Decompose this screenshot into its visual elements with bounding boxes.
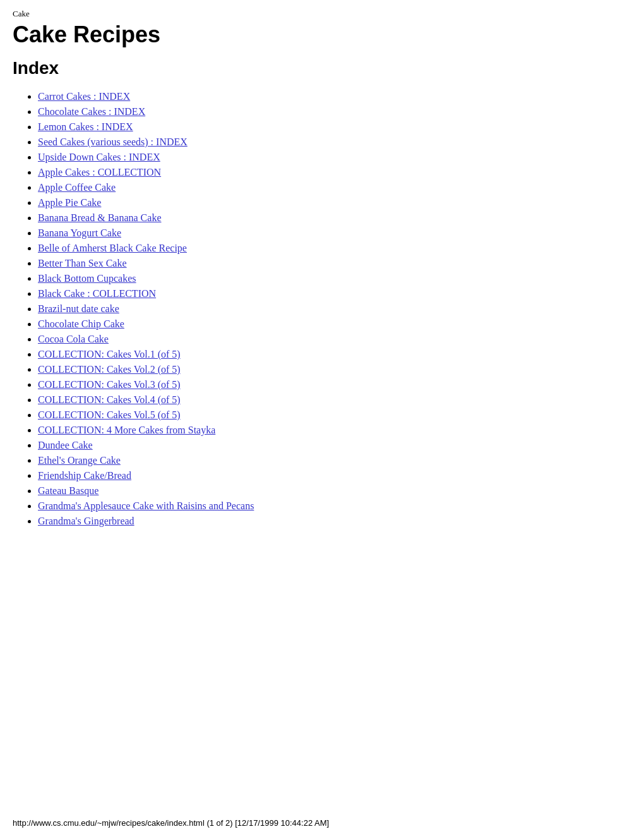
list-item: Chocolate Chip Cake	[38, 318, 631, 330]
recipe-link[interactable]: COLLECTION: Cakes Vol.3 (of 5)	[38, 379, 181, 390]
list-item: Brazil-nut date cake	[38, 303, 631, 315]
recipe-link[interactable]: Banana Yogurt Cake	[38, 227, 121, 238]
list-item: Lemon Cakes : INDEX	[38, 121, 631, 133]
recipe-link[interactable]: Upside Down Cakes : INDEX	[38, 152, 160, 162]
list-item: Ethel's Orange Cake	[38, 455, 631, 466]
list-item: Banana Yogurt Cake	[38, 227, 631, 239]
recipe-link[interactable]: Banana Bread & Banana Cake	[38, 212, 161, 223]
recipe-link[interactable]: Apple Coffee Cake	[38, 182, 116, 193]
recipe-link[interactable]: Cocoa Cola Cake	[38, 334, 109, 344]
recipe-link[interactable]: Gateau Basque	[38, 485, 98, 496]
recipe-link[interactable]: Friendship Cake/Bread	[38, 470, 131, 481]
recipe-link[interactable]: COLLECTION: Cakes Vol.1 (of 5)	[38, 349, 181, 360]
recipe-link[interactable]: Black Bottom Cupcakes	[38, 273, 136, 284]
recipe-link[interactable]: Grandma's Gingerbread	[38, 516, 134, 526]
list-item: Better Than Sex Cake	[38, 258, 631, 269]
list-item: Black Bottom Cupcakes	[38, 273, 631, 284]
index-heading: Index	[13, 58, 631, 78]
status-bar: http://www.cs.cmu.edu/~mjw/recipes/cake/…	[13, 818, 329, 828]
recipe-link[interactable]: Better Than Sex Cake	[38, 258, 127, 269]
recipe-link[interactable]: Chocolate Chip Cake	[38, 318, 124, 329]
list-item: Belle of Amherst Black Cake Recipe	[38, 243, 631, 254]
recipe-link[interactable]: COLLECTION: Cakes Vol.2 (of 5)	[38, 364, 181, 375]
list-item: Banana Bread & Banana Cake	[38, 212, 631, 224]
list-item: Chocolate Cakes : INDEX	[38, 106, 631, 118]
list-item: Grandma's Gingerbread	[38, 516, 631, 527]
list-item: COLLECTION: Cakes Vol.4 (of 5)	[38, 394, 631, 406]
recipe-link[interactable]: Seed Cakes (various seeds) : INDEX	[38, 136, 188, 147]
recipe-link[interactable]: Black Cake : COLLECTION	[38, 288, 156, 299]
list-item: COLLECTION: 4 More Cakes from Stayka	[38, 425, 631, 436]
recipe-link[interactable]: Belle of Amherst Black Cake Recipe	[38, 243, 187, 253]
list-item: Grandma's Applesauce Cake with Raisins a…	[38, 500, 631, 512]
recipe-link[interactable]: COLLECTION: Cakes Vol.4 (of 5)	[38, 394, 181, 405]
recipe-link[interactable]: Apple Cakes : COLLECTION	[38, 167, 161, 178]
list-item: Friendship Cake/Bread	[38, 470, 631, 481]
list-item: Seed Cakes (various seeds) : INDEX	[38, 136, 631, 148]
recipe-link[interactable]: Chocolate Cakes : INDEX	[38, 106, 145, 117]
list-item: Apple Cakes : COLLECTION	[38, 167, 631, 178]
list-item: Gateau Basque	[38, 485, 631, 497]
page-title: Cake Recipes	[13, 21, 631, 48]
recipe-link[interactable]: Grandma's Applesauce Cake with Raisins a…	[38, 500, 254, 511]
recipe-link[interactable]: Apple Pie Cake	[38, 197, 101, 208]
list-item: Carrot Cakes : INDEX	[38, 91, 631, 102]
list-item: Upside Down Cakes : INDEX	[38, 152, 631, 163]
recipe-link[interactable]: Carrot Cakes : INDEX	[38, 91, 130, 102]
list-item: COLLECTION: Cakes Vol.2 (of 5)	[38, 364, 631, 375]
list-item: Cocoa Cola Cake	[38, 334, 631, 345]
list-item: COLLECTION: Cakes Vol.3 (of 5)	[38, 379, 631, 390]
recipe-link[interactable]: Lemon Cakes : INDEX	[38, 121, 133, 132]
list-item: COLLECTION: Cakes Vol.5 (of 5)	[38, 409, 631, 421]
recipe-link[interactable]: Brazil-nut date cake	[38, 303, 119, 314]
recipe-link[interactable]: Ethel's Orange Cake	[38, 455, 121, 466]
list-item: COLLECTION: Cakes Vol.1 (of 5)	[38, 349, 631, 360]
recipe-link[interactable]: COLLECTION: Cakes Vol.5 (of 5)	[38, 409, 181, 420]
recipe-link[interactable]: Dundee Cake	[38, 440, 93, 450]
list-item: Apple Coffee Cake	[38, 182, 631, 193]
list-item: Apple Pie Cake	[38, 197, 631, 208]
recipe-link[interactable]: COLLECTION: 4 More Cakes from Stayka	[38, 425, 215, 435]
breadcrumb: Cake	[13, 9, 631, 19]
list-item: Black Cake : COLLECTION	[38, 288, 631, 299]
list-item: Dundee Cake	[38, 440, 631, 451]
recipe-list: Carrot Cakes : INDEXChocolate Cakes : IN…	[13, 91, 631, 527]
